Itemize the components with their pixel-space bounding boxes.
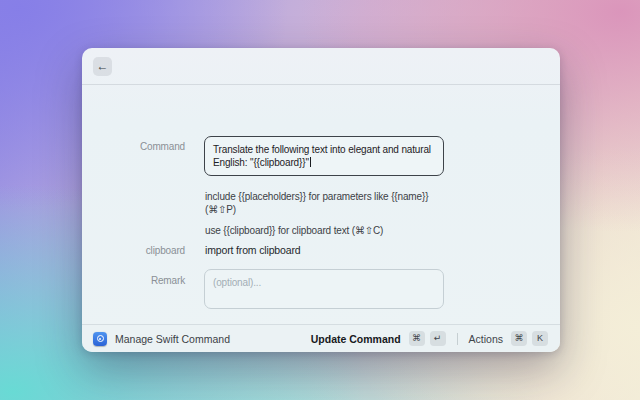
update-command-button[interactable]: Update Command xyxy=(311,333,401,345)
extension-name: Manage Swift Command xyxy=(115,333,230,345)
clipboard-import-option[interactable]: import from clipboard xyxy=(205,244,300,256)
form-body: Command Translate the following text int… xyxy=(82,85,560,324)
back-arrow-icon: ← xyxy=(97,59,109,73)
action-bar-left: Manage Swift Command xyxy=(93,332,311,346)
actions-button[interactable]: Actions xyxy=(469,333,503,345)
clipboard-hint: use {{clipboard}} for clipboard text (⌘⇧… xyxy=(205,224,443,237)
action-bar: Manage Swift Command Update Command ⌘ ↵ … xyxy=(82,324,560,352)
desktop-background: ← Command Translate the following text i… xyxy=(0,0,640,400)
app-icon-ring xyxy=(97,335,104,342)
back-button[interactable]: ← xyxy=(93,57,112,76)
k-key-badge: K xyxy=(532,331,548,346)
remark-input[interactable] xyxy=(204,269,444,309)
action-bar-right: Update Command ⌘ ↵ Actions ⌘ K xyxy=(311,331,548,346)
command-input-text: Translate the following text into elegan… xyxy=(213,144,431,168)
command-label: Command xyxy=(82,141,185,152)
window-header: ← xyxy=(82,48,560,85)
clipboard-label: clipboard xyxy=(82,245,185,256)
swift-command-app-icon xyxy=(93,332,107,346)
app-icon-dot xyxy=(99,338,101,340)
text-caret xyxy=(310,157,311,167)
cmd-key-badge: ⌘ xyxy=(511,331,527,346)
placeholders-hint: include {{placeholders}} for parameters … xyxy=(205,190,443,216)
remark-label: Remark xyxy=(82,275,185,286)
return-key-badge: ↵ xyxy=(430,331,446,346)
footer-divider xyxy=(457,333,458,345)
command-input[interactable]: Translate the following text into elegan… xyxy=(204,136,444,176)
swift-command-editor-window: ← Command Translate the following text i… xyxy=(82,48,560,352)
cmd-key-badge: ⌘ xyxy=(409,331,425,346)
